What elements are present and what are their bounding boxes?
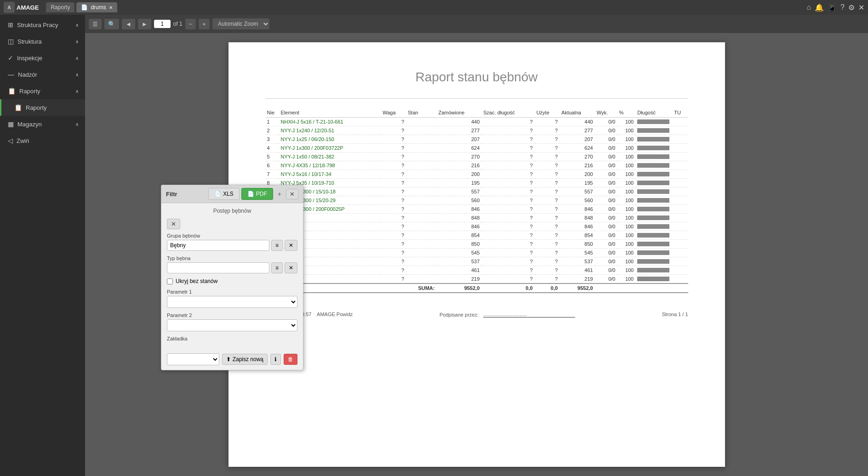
bell-icon[interactable]: 🔔 <box>815 3 824 12</box>
export-xls-button[interactable]: 📄 XLS <box>208 188 240 200</box>
row-progress-bar <box>635 170 672 179</box>
row-stan <box>406 144 436 153</box>
mobile-icon[interactable]: 📱 <box>828 3 837 12</box>
row-element: NYY-J 1x50 / 08/21-382 <box>279 153 381 161</box>
row-szac: ? <box>481 205 534 214</box>
row-zamowione: 848 <box>436 214 481 222</box>
grupa-clear-button[interactable]: ✕ <box>285 240 297 251</box>
row-stan <box>406 126 436 135</box>
row-stan <box>406 179 436 187</box>
ukryj-checkbox[interactable] <box>167 278 173 284</box>
bookmark-select[interactable] <box>167 353 219 365</box>
zoom-out-button[interactable]: − <box>185 19 196 29</box>
home-icon[interactable]: ⌂ <box>806 3 811 11</box>
row-proc: 100 <box>617 170 635 179</box>
sidebar-item-raporty-parent[interactable]: 📋 Raporty ∧ <box>0 83 85 99</box>
row-waga: ? <box>381 135 406 144</box>
typ-input[interactable] <box>167 262 269 273</box>
table-row: 10NYY-O 1x300 / 15/20-29?560??5600/0100 <box>265 196 688 205</box>
row-proc: 100 <box>617 266 635 275</box>
typ-input-row: ≡ ✕ <box>167 262 297 273</box>
row-element: NYY-J 4X35 / 12/18-798 <box>279 161 381 170</box>
zoom-in-button[interactable]: + <box>199 19 210 29</box>
signature-line: ............................... <box>483 312 575 317</box>
row-szac: ? <box>481 135 534 144</box>
row-tu <box>672 196 688 205</box>
row-wyk: 0/0 <box>595 153 617 161</box>
row-zamowione: 557 <box>436 187 481 196</box>
tab-drums[interactable]: 📄 drums ✕ <box>76 2 117 12</box>
row-waga: ? <box>381 231 406 240</box>
row-progress-bar <box>635 231 672 240</box>
sidebar-item-raporty[interactable]: 📋 Raporty <box>0 99 85 116</box>
row-progress-bar <box>635 214 672 222</box>
sidebar-item-struktura[interactable]: ◫ Struktura ∧ <box>0 33 85 50</box>
table-row: 7NYY-J 5x16 / 10/17-34?200??2000/0100 <box>265 170 688 179</box>
row-aktualna: 846 <box>560 205 595 214</box>
param1-label: Parametr 1 <box>167 289 297 295</box>
row-stan <box>406 161 436 170</box>
row-waga: ? <box>381 179 406 187</box>
row-szac: ? <box>481 275 534 284</box>
window-close-icon[interactable]: ✕ <box>858 3 864 12</box>
save-icon: ⬆ <box>226 356 231 363</box>
row-nr: 5 <box>265 153 279 161</box>
nav-prev-button[interactable]: ◄ <box>122 19 135 29</box>
row-uzyte: ? <box>535 240 560 249</box>
nav-next-button[interactable]: ► <box>138 19 151 29</box>
row-proc: 100 <box>617 275 635 284</box>
tab-raporty[interactable]: Raporty <box>46 2 74 12</box>
row-proc: 100 <box>617 205 635 214</box>
sidebar-item-nadzor[interactable]: — Nadzór ∧ <box>0 66 85 83</box>
sidebar-toggle-button[interactable]: ☰ <box>89 19 102 29</box>
save-new-button[interactable]: ⬆ Zapisz nową <box>222 354 268 365</box>
typ-list-button[interactable]: ≡ <box>271 262 283 273</box>
grupa-input-row: ≡ ✕ <box>167 240 297 251</box>
table-row: 19?219??2190/0100 <box>265 275 688 284</box>
row-nr: 2 <box>265 126 279 135</box>
row-element: NYY-J 1x300 / 200F03722P <box>279 144 381 153</box>
row-progress-bar <box>635 196 672 205</box>
param2-select[interactable] <box>167 319 297 331</box>
row-tu <box>672 257 688 266</box>
xls-icon: 📄 <box>214 191 221 197</box>
row-proc: 100 <box>617 231 635 240</box>
sidebar-item-zwij[interactable]: ◁ Zwiń <box>0 132 85 149</box>
filter-delete-button[interactable]: 🗑 <box>284 354 297 365</box>
sidebar-item-struktura-pracy[interactable]: ⊞ Struktura Pracy ∧ <box>0 17 85 33</box>
row-waga: ? <box>381 257 406 266</box>
row-element: NHXH-J 5x16 / T-21-10-661 <box>279 118 381 126</box>
row-uzyte: ? <box>535 144 560 153</box>
report-table: Nie Element Waga Stan Zamówione Szac. dł… <box>265 108 688 293</box>
row-szac: ? <box>481 249 534 257</box>
search-button[interactable]: 🔍 <box>104 19 119 29</box>
row-proc: 100 <box>617 257 635 266</box>
row-uzyte: ? <box>535 249 560 257</box>
typ-clear-button[interactable]: ✕ <box>285 262 297 273</box>
typ-label: Typ bębna <box>167 255 297 261</box>
tab-close-icon[interactable]: ✕ <box>109 5 113 10</box>
filter-x-button[interactable]: ✕ <box>167 219 180 229</box>
param1-select[interactable] <box>167 296 297 308</box>
row-aktualna: 200 <box>560 170 595 179</box>
grupa-list-button[interactable]: ≡ <box>271 240 283 251</box>
row-tu <box>672 161 688 170</box>
row-wyk: 0/0 <box>595 170 617 179</box>
settings-icon[interactable]: ⚙ <box>848 3 855 12</box>
row-zamowione: 219 <box>436 275 481 284</box>
row-progress-bar <box>635 249 672 257</box>
table-row: 4NYY-J 1x300 / 200F03722P?624??6240/0100 <box>265 144 688 153</box>
row-wyk: 0/0 <box>595 257 617 266</box>
table-suma-row: SUMA:9552,00,00,09552,0 <box>265 283 688 293</box>
zoom-select[interactable]: Automatic Zoom <box>212 18 269 29</box>
filter-add-button[interactable]: + <box>276 189 283 198</box>
grupa-input[interactable] <box>167 240 269 251</box>
export-pdf-button[interactable]: 📄 PDF <box>241 188 273 200</box>
filter-close-button[interactable]: ✕ <box>286 189 298 199</box>
sidebar-item-inspekcje[interactable]: ✓ Inspekcje ∧ <box>0 50 85 66</box>
sidebar-item-magazyn[interactable]: ▦ Magazyn ∧ <box>0 116 85 132</box>
filter-info-button[interactable]: ℹ <box>270 354 281 365</box>
page-number-input[interactable] <box>154 20 171 28</box>
col-stan: Stan <box>406 108 436 118</box>
help-icon[interactable]: ? <box>840 3 845 11</box>
